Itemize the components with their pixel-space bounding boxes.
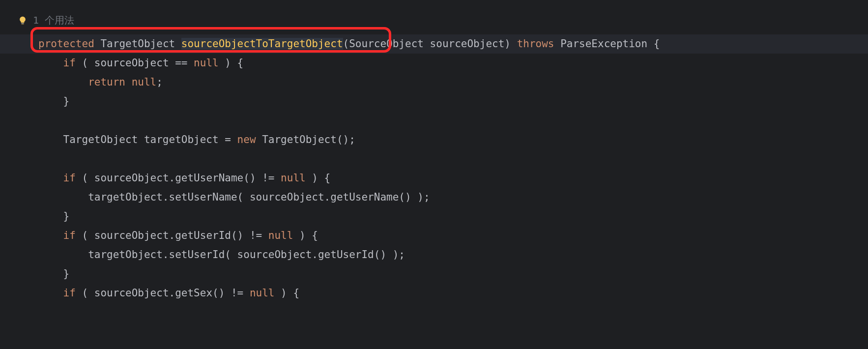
code-text: targetObject.setUserName( sourceObject.g… <box>88 191 430 203</box>
keyword-new: new <box>237 134 256 145</box>
code-line[interactable]: } <box>0 207 868 226</box>
code-line[interactable] <box>0 111 868 130</box>
keyword-null: null <box>132 76 157 88</box>
lightbulb-icon[interactable] <box>17 15 28 26</box>
code-line[interactable]: return null; <box>0 73 868 92</box>
code-text: ) { <box>219 57 244 69</box>
code-text: ( sourceObject == <box>76 57 194 69</box>
code-line[interactable]: targetObject.setUserName( sourceObject.g… <box>0 188 868 207</box>
keyword-null: null <box>250 287 275 299</box>
keyword-if: if <box>63 230 76 241</box>
code-line[interactable]: if ( sourceObject.getUserId() != null ) … <box>0 226 868 245</box>
svg-rect-0 <box>22 23 24 24</box>
keyword-null: null <box>281 172 306 184</box>
code-text: ( sourceObject.getUserId() != <box>76 230 268 241</box>
code-text: ) { <box>293 230 318 241</box>
code-text: ( sourceObject.getUserName() != <box>76 172 281 184</box>
code-editor[interactable]: 1 个用法 protected TargetObject sourceObjec… <box>0 0 868 303</box>
code-line[interactable]: } <box>0 92 868 111</box>
rparen: ) <box>504 38 511 50</box>
code-text: TargetObject(); <box>256 134 355 145</box>
code-line[interactable]: if ( sourceObject.getUserName() != null … <box>0 169 868 188</box>
rbrace: } <box>63 95 70 107</box>
code-text: targetObject = <box>138 134 237 145</box>
code-line[interactable]: } <box>0 264 868 284</box>
param-type: SourceObject <box>349 38 424 50</box>
lparen: ( <box>343 38 349 50</box>
keyword-null: null <box>268 230 293 241</box>
return-type: TargetObject <box>100 38 175 50</box>
semicolon: ; <box>156 76 163 88</box>
code-line[interactable]: if ( sourceObject.getSex() != null ) { <box>0 284 868 303</box>
code-line[interactable]: targetObject.setUserId( sourceObject.get… <box>0 245 868 264</box>
type: TargetObject <box>63 134 138 145</box>
code-line[interactable]: protected TargetObject sourceObjectToTar… <box>0 34 868 54</box>
code-line[interactable]: TargetObject targetObject = new TargetOb… <box>0 130 868 149</box>
keyword-if: if <box>63 57 76 69</box>
keyword-protected: protected <box>38 38 94 50</box>
keyword-null: null <box>194 57 219 69</box>
code-text: ( sourceObject.getSex() != <box>76 287 250 299</box>
hint-row: 1 个用法 <box>17 14 74 27</box>
usage-count-label[interactable]: 1 个用法 <box>33 14 74 27</box>
code-line[interactable] <box>0 149 868 169</box>
rbrace: } <box>63 210 70 222</box>
code-line[interactable]: if ( sourceObject == null ) { <box>0 54 868 73</box>
method-name: sourceObjectToTargetObject <box>181 38 343 50</box>
code-text: targetObject.setUserId( sourceObject.get… <box>88 249 405 261</box>
code-text: ) { <box>306 172 331 184</box>
keyword-throws: throws <box>517 38 554 50</box>
keyword-return: return <box>88 76 125 88</box>
lbrace: { <box>654 38 660 50</box>
param-name: sourceObject <box>430 38 505 50</box>
code-text: ) { <box>274 287 299 299</box>
exception-type: ParseException <box>560 38 647 50</box>
rbrace: } <box>63 268 70 280</box>
keyword-if: if <box>63 172 76 184</box>
keyword-if: if <box>63 287 76 299</box>
